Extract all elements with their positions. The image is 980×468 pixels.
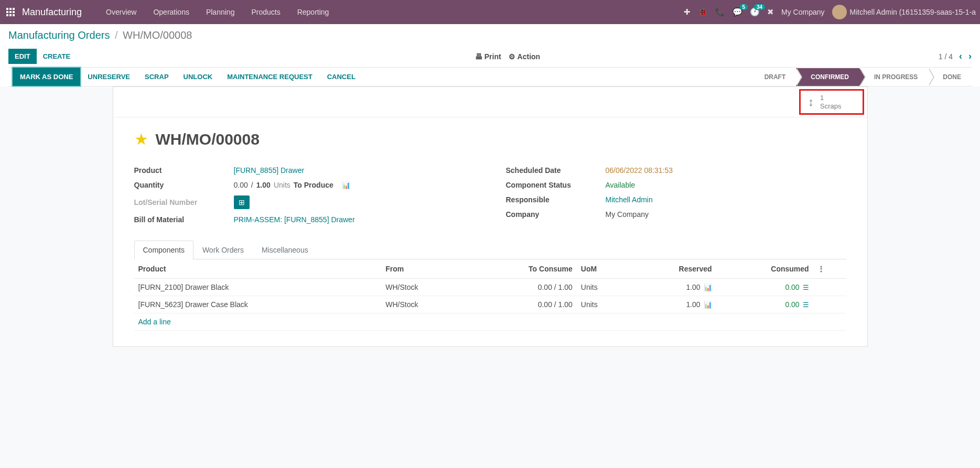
lot-label: Lot/Serial Number [134, 198, 234, 206]
stage-done[interactable]: DONE [928, 68, 972, 86]
status-bar: MARK AS DONE UNRESERVE SCRAP UNLOCK MAIN… [8, 67, 972, 86]
stage-flow: DRAFT CONFIRMED IN PROGRESS DONE [750, 68, 972, 86]
bug-icon[interactable]: 🐞 [698, 7, 708, 17]
form-sheet: ↕ 1 Scraps ★ WH/MO/00008 Product[FURN_88… [113, 86, 868, 347]
main-menu: Overview Operations Planning Products Re… [98, 1, 337, 23]
component-status-label: Component Status [506, 181, 606, 189]
table-row[interactable]: [FURN_5623] Drawer Case Black WH/Stock 0… [134, 296, 846, 313]
pager-next[interactable]: › [968, 51, 972, 62]
svg-rect-7 [9, 14, 12, 16]
col-consumed: Consumed [716, 259, 813, 279]
unlock-button[interactable]: UNLOCK [176, 68, 220, 86]
col-product: Product [134, 259, 382, 279]
print-icon: 🖶 [475, 52, 482, 61]
user-menu[interactable]: Mitchell Admin (16151359-saas-15-1-a [832, 5, 976, 19]
maintenance-request-button[interactable]: MAINTENANCE REQUEST [220, 68, 320, 86]
scraps-label: Scraps [820, 102, 841, 111]
qty-total: 1.00 [256, 181, 271, 189]
tab-miscellaneous[interactable]: Miscellaneous [253, 241, 317, 259]
svg-rect-8 [13, 14, 15, 16]
col-uom: UoM [577, 259, 629, 279]
mark-as-done-button[interactable]: MARK AS DONE [13, 68, 80, 86]
action-button[interactable]: ⚙Action [509, 52, 541, 61]
svg-rect-6 [6, 14, 8, 16]
create-button[interactable]: CREATE [37, 49, 77, 64]
activities-badge: 34 [754, 4, 765, 10]
arrows-vertical-icon: ↕ [808, 95, 814, 109]
messages-badge: 5 [740, 4, 748, 10]
activities-icon[interactable]: 🕐34 [750, 7, 760, 17]
product-label: Product [134, 166, 234, 175]
qty-done: 0.00 [234, 181, 248, 189]
product-value[interactable]: [FURN_8855] Drawer [234, 166, 305, 175]
svg-rect-3 [6, 11, 8, 13]
phone-icon[interactable]: 📞 [715, 7, 725, 17]
tab-work-orders[interactable]: Work Orders [193, 241, 253, 259]
cancel-button[interactable]: CANCEL [320, 68, 363, 86]
print-button[interactable]: 🖶Print [475, 52, 501, 61]
svg-rect-4 [9, 11, 12, 13]
breadcrumb-current: WH/MO/00008 [123, 29, 192, 41]
pager-prev[interactable]: ‹ [959, 51, 962, 62]
svg-rect-0 [6, 8, 8, 10]
forecast-icon[interactable]: 📊 [704, 301, 712, 309]
control-bar: Manufacturing Orders / WH/MO/00008 EDIT … [0, 24, 980, 86]
scraps-count: 1 [820, 94, 841, 102]
menu-planning[interactable]: Planning [198, 1, 243, 23]
tab-components[interactable]: Components [134, 241, 193, 259]
edit-button[interactable]: EDIT [8, 49, 37, 64]
components-table: Product From To Consume UoM Reserved Con… [134, 259, 846, 331]
qty-suffix: To Produce [294, 181, 333, 189]
svg-rect-5 [13, 11, 15, 13]
apps-icon[interactable] [4, 6, 17, 18]
details-icon[interactable]: ☰ [803, 284, 809, 291]
company-value: My Company [606, 210, 649, 219]
menu-operations[interactable]: Operations [145, 1, 197, 23]
star-icon[interactable]: ★ [134, 130, 148, 148]
gear-icon: ⚙ [509, 52, 515, 61]
add-line-link[interactable]: Add a line [138, 318, 171, 326]
col-reserved: Reserved [629, 259, 716, 279]
responsible-label: Responsible [506, 195, 606, 204]
messages-icon[interactable]: 💬5 [733, 7, 742, 17]
avatar [832, 5, 847, 19]
stage-confirmed[interactable]: CONFIRMED [796, 68, 859, 86]
col-menu[interactable]: ⋮ [813, 259, 846, 279]
forecast-icon[interactable]: 📊 [704, 284, 712, 291]
scraps-stat-button[interactable]: ↕ 1 Scraps [799, 89, 864, 115]
pager-text: 1 / 4 [939, 52, 953, 61]
quantity-label: Quantity [134, 181, 234, 189]
details-icon[interactable]: ☰ [803, 301, 809, 309]
bom-value[interactable]: PRIM-ASSEM: [FURN_8855] Drawer [234, 215, 355, 224]
svg-rect-1 [9, 8, 12, 10]
app-brand[interactable]: Manufacturing [22, 7, 82, 18]
menu-reporting[interactable]: Reporting [289, 1, 338, 23]
responsible-value[interactable]: Mitchell Admin [606, 195, 653, 204]
breadcrumb: Manufacturing Orders / WH/MO/00008 [8, 29, 972, 41]
col-from: From [381, 259, 467, 279]
table-row[interactable]: [FURN_2100] Drawer Black WH/Stock 0.00 /… [134, 279, 846, 296]
tools-icon[interactable]: ✖ [767, 7, 774, 17]
tabs: Components Work Orders Miscellaneous [134, 241, 846, 259]
plus-icon[interactable]: ✚ [684, 7, 691, 17]
top-nav: Manufacturing Overview Operations Planni… [0, 0, 980, 24]
svg-rect-2 [13, 8, 15, 10]
component-status-value: Available [606, 181, 636, 189]
unreserve-button[interactable]: UNRESERVE [80, 68, 137, 86]
assign-lot-button[interactable]: ⊞ [234, 195, 250, 209]
menu-overview[interactable]: Overview [98, 1, 145, 23]
company-label: Company [506, 210, 606, 219]
user-name: Mitchell Admin (16151359-saas-15-1-a [850, 8, 976, 16]
qty-uom: Units [274, 181, 290, 189]
company-switcher[interactable]: My Company [781, 8, 824, 16]
forecast-icon[interactable]: 📊 [342, 181, 350, 189]
col-to-consume: To Consume [467, 259, 577, 279]
pager: 1 / 4 ‹ › [939, 51, 972, 62]
scrap-button[interactable]: SCRAP [137, 68, 176, 86]
menu-products[interactable]: Products [243, 1, 288, 23]
scheduled-date-value: 06/06/2022 08:31:53 [606, 166, 673, 175]
stage-in-progress[interactable]: IN PROGRESS [859, 68, 928, 86]
breadcrumb-parent[interactable]: Manufacturing Orders [8, 29, 110, 41]
stage-draft[interactable]: DRAFT [750, 68, 796, 86]
scheduled-date-label: Scheduled Date [506, 166, 606, 175]
